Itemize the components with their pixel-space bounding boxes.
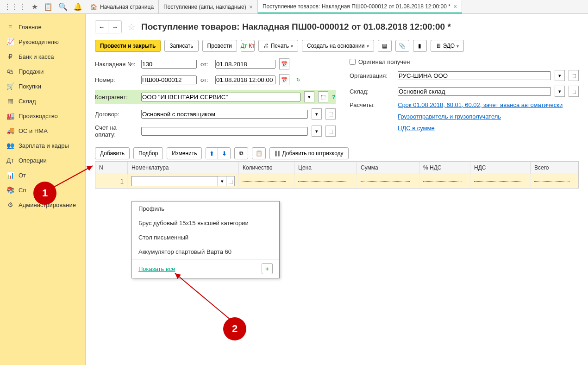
favorite-star-icon[interactable]: ☆ — [127, 21, 136, 32]
sidebar-item-salary[interactable]: 👥Зарплата и кадры — [0, 138, 85, 153]
dropdown-item[interactable]: Стол письменный — [132, 230, 279, 245]
print-button[interactable]: 🖨 Печать — [258, 40, 298, 52]
open-icon[interactable]: ⬚ — [325, 108, 336, 120]
payment-invoice-label: Счет на оплату: — [95, 124, 138, 138]
cell-vat[interactable] — [470, 174, 531, 188]
tab-home[interactable]: 🏠 Начальная страница — [86, 0, 159, 13]
open-icon[interactable]: ⬚ — [569, 86, 579, 97]
dropdown-icon[interactable]: ▾ — [312, 108, 322, 120]
refresh-icon[interactable]: ↻ — [293, 74, 303, 85]
move-down-button[interactable]: ⬇ — [218, 148, 230, 159]
cell-nomenclature[interactable]: ▾ ⬚ — [128, 174, 239, 188]
move-up-button[interactable]: ⬆ — [206, 148, 218, 159]
open-icon[interactable]: ⬚ — [569, 70, 579, 81]
dropdown-item[interactable]: Аккумулятор стартовый Варта 60 — [132, 245, 279, 259]
edit-button[interactable]: Изменить — [167, 147, 202, 159]
org-input[interactable] — [398, 71, 551, 80]
open-icon[interactable]: ⬚ — [226, 176, 235, 186]
post-close-button[interactable]: Провести и закрыть — [95, 40, 161, 52]
sidebar-item-production[interactable]: 🏭Производство — [0, 108, 85, 123]
sidebar-item-warehouse[interactable]: ▦Склад — [0, 94, 85, 108]
paste-button[interactable]: 📋 — [252, 147, 266, 159]
sidebar-item-assets[interactable]: 🚚ОС и НМА — [0, 123, 85, 138]
add-button[interactable]: Добавить — [95, 147, 130, 159]
dropdown-item[interactable]: Брус дубовый 15х15 высшей категории — [132, 216, 279, 230]
add-new-button[interactable]: + — [262, 263, 273, 274]
original-checkbox-input[interactable] — [350, 59, 356, 65]
invoice-date-input[interactable] — [215, 60, 275, 69]
calendar-icon[interactable]: 📅 — [279, 58, 289, 69]
dropdown-icon[interactable]: ▾ — [555, 70, 565, 81]
items-table: N Номенклатура Количество Цена Сумма % Н… — [95, 161, 579, 189]
star-icon[interactable]: ★ — [31, 2, 38, 11]
bell-icon[interactable]: 🔔 — [73, 2, 82, 11]
main-content: ← → ☆ Поступление товаров: Накладная ПШ0… — [86, 14, 588, 365]
sidebar-item-operations[interactable]: ДтОперации — [0, 153, 85, 168]
create-based-button[interactable]: Создать на основании — [302, 40, 374, 52]
shipper-link[interactable]: Грузоотправитель и грузополучатель — [398, 113, 501, 120]
vat-link[interactable]: НДС в сумме — [398, 125, 435, 132]
contract-input[interactable] — [141, 110, 308, 119]
sidebar-item-sales[interactable]: 🛍Продажи — [0, 64, 85, 79]
calc-link[interactable]: Срок 01.08.2018, 60.01, 60.02, зачет ава… — [398, 101, 563, 108]
cell-sum[interactable] — [357, 174, 419, 188]
edo-button[interactable]: 🖥 ЭДО — [431, 40, 464, 52]
show-all-link[interactable]: Показать все — [138, 265, 175, 272]
table-row[interactable]: 1 ▾ ⬚ — [95, 174, 578, 188]
clipboard-icon[interactable]: 📋 — [44, 2, 53, 11]
original-received-checkbox[interactable]: Оригинал получен — [350, 58, 410, 65]
sidebar-item-manager[interactable]: 📈Руководителю — [0, 34, 85, 49]
tab-document[interactable]: Поступление товаров: Накладная ПШ00-0000… — [258, 0, 462, 13]
close-icon[interactable]: × — [453, 3, 457, 10]
attach-button[interactable]: 📎 — [395, 40, 409, 52]
col-vat: НДС — [470, 162, 531, 174]
select-button[interactable]: Подбор — [133, 147, 163, 159]
open-icon[interactable]: ⬚ — [325, 126, 336, 137]
dropdown-icon[interactable]: ▾ — [218, 176, 226, 186]
help-icon[interactable]: ? — [332, 94, 336, 101]
counterparty-input[interactable] — [141, 93, 300, 101]
tab-label: Поступление (акты, накладные) — [163, 4, 246, 10]
cell-qty[interactable] — [239, 174, 294, 188]
dropdown-icon[interactable]: ▾ — [304, 91, 314, 102]
sidebar-label: Банк и касса — [19, 53, 54, 60]
cell-vat-percent[interactable] — [419, 174, 470, 188]
cell-total[interactable] — [531, 174, 578, 188]
copy-button[interactable]: ⧉ — [234, 147, 248, 159]
back-button[interactable]: ← — [95, 21, 108, 33]
sidebar-label: Главное — [19, 24, 42, 31]
sidebar-item-reports[interactable]: 📊От — [0, 168, 85, 182]
warehouse-input[interactable] — [398, 87, 551, 96]
report-button[interactable]: ▮ — [413, 40, 427, 52]
counterparty-label: Контрагент: — [95, 94, 138, 101]
save-button[interactable]: Записать — [164, 40, 198, 52]
col-n: N — [95, 162, 128, 174]
sidebar-item-bank[interactable]: ₽Банк и касса — [0, 49, 85, 64]
forward-button[interactable]: → — [108, 21, 121, 33]
close-icon[interactable]: × — [249, 3, 253, 11]
sidebar-item-main[interactable]: ≡Главное — [0, 19, 85, 34]
invoice-num-label: Накладная №: — [95, 61, 138, 68]
add-barcode-button[interactable]: ∥∥ Добавить по штрихкоду — [269, 147, 348, 159]
org-label: Организация: — [350, 72, 394, 79]
apps-icon[interactable]: ⋮⋮⋮ — [4, 2, 26, 11]
dropdown-icon[interactable]: ▾ — [555, 86, 565, 97]
dropdown-icon[interactable]: ▾ — [312, 126, 322, 137]
menu-icon: ≡ — [6, 23, 14, 31]
struct-button[interactable]: ▤ — [378, 40, 392, 52]
invoice-num-input[interactable] — [141, 60, 197, 69]
post-button[interactable]: Провести — [202, 40, 237, 52]
header-row: ← → ☆ Поступление товаров: Накладная ПШ0… — [95, 20, 579, 33]
number-input[interactable] — [141, 76, 197, 84]
dtkt-button[interactable]: ДтКт — [241, 40, 255, 52]
nomenclature-input[interactable] — [131, 176, 218, 186]
doc-datetime-input[interactable] — [215, 76, 275, 84]
cell-price[interactable] — [294, 174, 357, 188]
open-icon[interactable]: ⬚ — [318, 91, 328, 102]
tab-postuplenie[interactable]: Поступление (акты, накладные) × — [159, 0, 258, 13]
dropdown-item[interactable]: Профиль — [132, 201, 279, 216]
sidebar-item-purchases[interactable]: 🛒Покупки — [0, 79, 85, 94]
search-icon[interactable]: 🔍 — [58, 2, 68, 11]
payment-invoice-input[interactable] — [141, 127, 308, 136]
calendar-icon[interactable]: 📅 — [279, 74, 289, 85]
